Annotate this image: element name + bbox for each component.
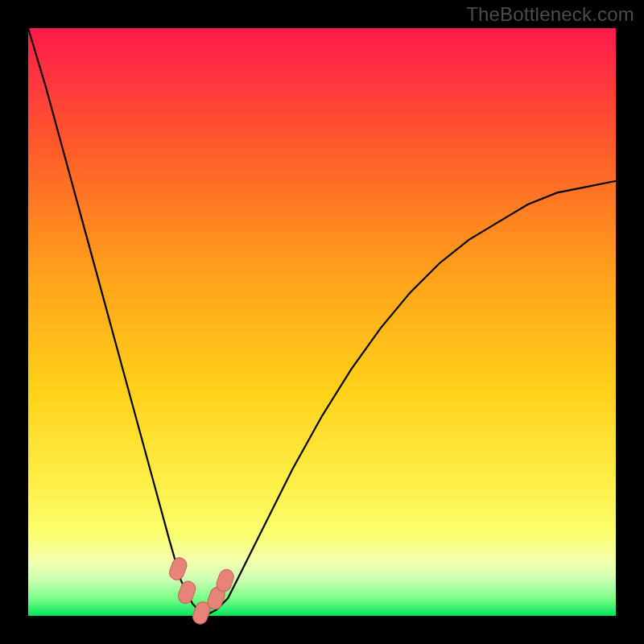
bottleneck-chart [0, 0, 644, 644]
watermark-text: TheBottleneck.com [466, 3, 634, 26]
plot-area [28, 28, 616, 616]
